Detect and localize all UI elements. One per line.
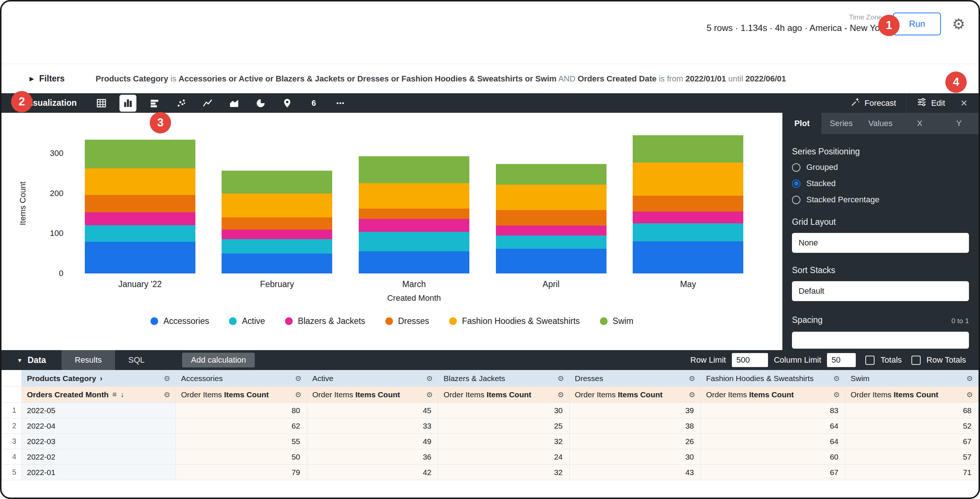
measure-header-label[interactable]: Swim	[851, 374, 869, 383]
gear-icon[interactable]: ⚙	[426, 374, 433, 383]
filter-expression[interactable]: Products Category is Accessories or Acti…	[95, 74, 786, 84]
measure-cell[interactable]: 30	[570, 449, 701, 465]
measure-column-header[interactable]: Swim⚙	[845, 370, 978, 386]
bar-segment[interactable]	[359, 183, 469, 208]
legend-item[interactable]: Fashion Hoodies & Sweatshirts	[449, 316, 580, 326]
gear-icon[interactable]: ⚙	[164, 390, 170, 399]
viz-type-map-icon[interactable]	[279, 95, 296, 112]
bar-segment[interactable]	[633, 242, 743, 273]
gear-icon[interactable]: ⚙	[966, 374, 973, 383]
legend-item[interactable]: Blazers & Jackets	[285, 316, 365, 326]
column-limit-input[interactable]	[827, 353, 856, 367]
bar-segment[interactable]	[221, 194, 332, 218]
bar-segment[interactable]	[85, 212, 196, 225]
measure-header-label[interactable]: Dresses	[575, 374, 603, 383]
dimension-subheader-label[interactable]: Orders Created Month	[27, 390, 109, 399]
legend-item[interactable]: Accessories	[150, 316, 209, 326]
bar-segment[interactable]	[85, 225, 196, 242]
bar-segment[interactable]	[359, 208, 469, 219]
measure-cell[interactable]: 64	[701, 418, 845, 434]
data-tab-results[interactable]: Results	[62, 350, 115, 370]
totals-checkbox[interactable]	[865, 356, 875, 365]
drill-chevron-icon[interactable]: ›	[100, 374, 102, 383]
gear-icon[interactable]: ⚙	[833, 390, 840, 399]
measure-column-header[interactable]: Fashion Hoodies & Sweatshirts⚙	[701, 370, 845, 386]
edit-button[interactable]: Edit	[906, 93, 955, 113]
edit-panel-tab-y[interactable]: Y	[939, 113, 978, 134]
viz-type-pie-icon[interactable]	[252, 95, 269, 112]
radio-option[interactable]: Stacked	[792, 179, 969, 188]
bar-segment[interactable]	[633, 196, 743, 211]
measure-cell[interactable]: 30	[438, 403, 570, 418]
measure-subheader-cell[interactable]: Order Items Items Count⚙	[570, 386, 701, 403]
measure-cell[interactable]: 42	[307, 465, 438, 480]
measure-cell[interactable]: 39	[570, 403, 701, 418]
measure-cell[interactable]: 71	[845, 465, 978, 480]
measure-cell[interactable]: 45	[307, 403, 438, 418]
bar-segment[interactable]	[221, 254, 332, 273]
measure-cell[interactable]: 68	[845, 403, 978, 418]
viz-type-scatter-icon[interactable]	[173, 95, 189, 112]
bar-segment[interactable]	[496, 164, 606, 184]
measure-cell[interactable]: 49	[307, 434, 438, 449]
dimension-cell[interactable]: 2022-05	[22, 403, 176, 418]
measure-cell[interactable]: 50	[176, 449, 307, 465]
measure-cell[interactable]: 60	[701, 449, 845, 465]
legend-item[interactable]: Swim	[600, 316, 633, 326]
row-limit-input[interactable]	[732, 353, 768, 367]
dimension-cell[interactable]: 2022-04	[22, 418, 176, 434]
bar-segment[interactable]	[359, 232, 469, 251]
measure-cell[interactable]: 38	[570, 418, 701, 434]
measure-subheader-label[interactable]: Order Items Items Count	[851, 390, 938, 399]
gear-icon[interactable]: ⚙	[689, 390, 695, 399]
measure-cell[interactable]: 62	[176, 418, 307, 434]
measure-cell[interactable]: 83	[701, 403, 845, 418]
measure-subheader-cell[interactable]: Order Items Items Count⚙	[176, 386, 307, 403]
filters-label[interactable]: Filters	[39, 74, 65, 84]
measure-cell[interactable]: 26	[570, 434, 701, 449]
bar-segment[interactable]	[496, 184, 606, 210]
add-calculation-button[interactable]: Add calculation	[182, 353, 255, 367]
bar-segment[interactable]	[221, 230, 332, 239]
measure-column-header[interactable]: Blazers & Jackets⚙	[438, 370, 570, 386]
bar-segment[interactable]	[633, 135, 743, 162]
bar-segment[interactable]	[359, 251, 469, 273]
close-icon[interactable]: ×	[955, 93, 970, 113]
dimension-column-header[interactable]: Products Category › ⚙	[22, 370, 176, 386]
measure-cell[interactable]: 67	[845, 434, 978, 449]
bar-segment[interactable]	[496, 235, 606, 249]
viz-type-line-icon[interactable]	[199, 95, 216, 112]
edit-panel-tab-x[interactable]: X	[900, 113, 939, 134]
settings-gear-icon[interactable]: ⚙	[952, 13, 965, 35]
run-button[interactable]: Run	[893, 13, 941, 35]
row-totals-checkbox[interactable]	[912, 356, 921, 365]
more-viz-types-icon[interactable]	[332, 95, 349, 112]
gear-icon[interactable]: ⚙	[557, 390, 564, 399]
bar-segment[interactable]	[221, 171, 332, 194]
measure-cell[interactable]: 67	[701, 465, 845, 480]
bar-segment[interactable]	[85, 168, 196, 195]
gear-icon[interactable]: ⚙	[164, 374, 170, 383]
dimension-cell[interactable]: 2022-03	[22, 434, 176, 449]
bar-segment[interactable]	[633, 162, 743, 196]
measure-subheader-cell[interactable]: Order Items Items Count⚙	[845, 386, 978, 403]
bar-segment[interactable]	[85, 195, 196, 212]
measure-cell[interactable]: 43	[570, 465, 701, 480]
measure-column-header[interactable]: Accessories⚙	[176, 370, 307, 386]
bar-segment[interactable]	[359, 156, 469, 183]
measure-header-label[interactable]: Blazers & Jackets	[444, 374, 505, 383]
measure-header-label[interactable]: Accessories	[181, 374, 223, 383]
sort-stacks-select[interactable]: Default	[792, 281, 969, 301]
bar-segment[interactable]	[496, 210, 606, 225]
bar-segment[interactable]	[221, 239, 332, 254]
dimension-cell[interactable]: 2022-01	[22, 465, 176, 480]
gear-icon[interactable]: ⚙	[689, 374, 695, 383]
gear-icon[interactable]: ⚙	[557, 374, 564, 383]
viz-type-table-icon[interactable]	[93, 95, 110, 112]
bar-segment[interactable]	[633, 223, 743, 242]
radio-option[interactable]: Grouped	[792, 162, 969, 172]
measure-column-header[interactable]: Active⚙	[307, 370, 438, 386]
data-collapse-icon[interactable]: ▼	[17, 357, 22, 363]
viz-type-single-value-icon[interactable]: 6	[305, 95, 322, 112]
measure-cell[interactable]: 80	[176, 403, 307, 418]
